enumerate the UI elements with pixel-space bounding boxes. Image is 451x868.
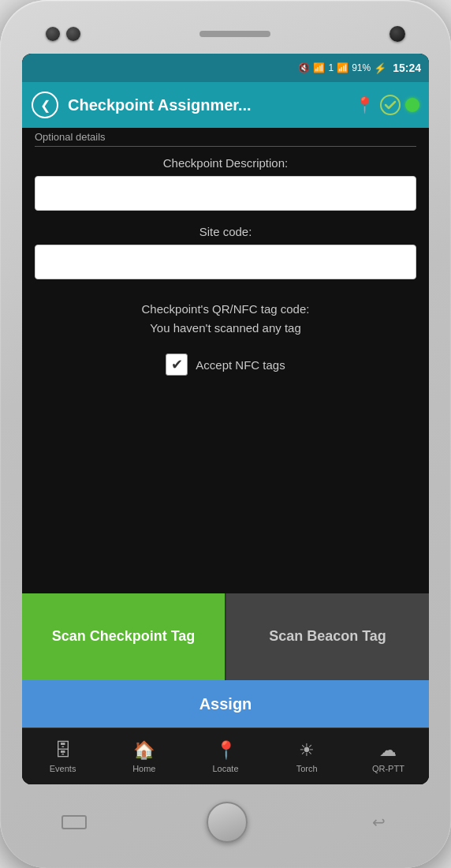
camera-cluster	[46, 27, 80, 41]
bottom-nav: 🗄 Events 🏠 Home 📍 Locate ☀ Torch ☁	[22, 728, 429, 784]
battery-charging-icon: ⚡	[374, 62, 386, 74]
accept-nfc-row: ✔ Accept NFC tags	[35, 354, 416, 376]
battery-percent: 91%	[352, 62, 371, 73]
scan-beacon-button[interactable]: Scan Beacon Tag	[225, 593, 429, 680]
scan-buttons-row: Scan Checkpoint Tag Scan Beacon Tag	[22, 593, 429, 680]
assign-label: Assign	[199, 695, 252, 713]
scan-checkpoint-button[interactable]: Scan Checkpoint Tag	[22, 593, 225, 680]
location-pin-icon[interactable]: 📍	[353, 94, 375, 116]
status-green-dot	[405, 98, 419, 112]
accept-nfc-checkbox[interactable]: ✔	[166, 354, 188, 376]
app-bar-title: Checkpoint Assignmer...	[68, 96, 344, 114]
qr-nfc-line2: You haven't scanned any tag	[150, 321, 301, 335]
nav-item-events[interactable]: 🗄 Events	[22, 740, 103, 773]
qr-ptt-icon: ☁	[379, 740, 397, 761]
checkpoint-description-input[interactable]	[35, 176, 416, 211]
camera-dot-1	[46, 27, 60, 41]
phone-frame: 🔇 📶 1 📶 91% ⚡ 15:24 ❮ Checkpoint Assignm…	[0, 0, 451, 868]
status-time: 15:24	[393, 62, 421, 74]
phone-screen: 🔇 📶 1 📶 91% ⚡ 15:24 ❮ Checkpoint Assignm…	[22, 54, 429, 784]
soft-nav-square	[62, 815, 87, 829]
qr-nfc-info: Checkpoint's QR/NFC tag code: You haven'…	[35, 300, 416, 338]
events-label: Events	[50, 764, 76, 773]
torch-icon: ☀	[299, 740, 315, 761]
locate-label: Locate	[212, 764, 238, 773]
events-icon: 🗄	[54, 740, 72, 761]
section-title: Optional details	[35, 131, 416, 147]
phone-top-hardware	[22, 22, 429, 46]
optional-details-section: Optional details Checkpoint Description:…	[22, 131, 429, 401]
speaker-bar	[199, 31, 270, 37]
site-code-input[interactable]	[35, 245, 416, 279]
back-arrow-icon: ❮	[40, 98, 50, 113]
assign-button[interactable]: Assign	[22, 680, 429, 728]
nav-item-home[interactable]: 🏠 Home	[103, 740, 184, 773]
content-area: Optional details Checkpoint Description:…	[22, 128, 429, 784]
sim-icon: 1	[328, 62, 334, 73]
nav-item-qr-ptt[interactable]: ☁ QR-PTT	[348, 740, 429, 773]
app-bar-icons: 📍	[353, 94, 419, 116]
front-camera	[390, 26, 405, 42]
qr-nfc-line1: Checkpoint's QR/NFC tag code:	[142, 302, 310, 316]
phone-bottom-hardware: ↩	[22, 791, 429, 843]
soft-back-button[interactable]: ↩	[367, 811, 390, 833]
home-label: Home	[132, 764, 155, 773]
locate-icon: 📍	[215, 740, 237, 761]
scan-beacon-label: Scan Beacon Tag	[269, 627, 386, 645]
nav-item-locate[interactable]: 📍 Locate	[184, 740, 266, 773]
back-button[interactable]: ❮	[32, 92, 58, 118]
nav-item-torch[interactable]: ☀ Torch	[266, 740, 348, 773]
checkpoint-desc-label: Checkpoint Description:	[35, 156, 416, 170]
scan-checkpoint-label: Scan Checkpoint Tag	[52, 627, 196, 645]
checkmark-circle-icon	[380, 95, 401, 115]
qr-ptt-label: QR-PTT	[372, 764, 404, 773]
app-bar: ❮ Checkpoint Assignmer... 📍	[22, 82, 429, 128]
accept-nfc-label: Accept NFC tags	[196, 358, 285, 372]
wifi-icon: 📶	[313, 62, 325, 73]
site-code-label: Site code:	[35, 225, 416, 238]
status-bar: 🔇 📶 1 📶 91% ⚡ 15:24	[22, 54, 429, 82]
checkbox-check-icon: ✔	[171, 357, 183, 372]
home-hardware-button[interactable]	[207, 802, 248, 843]
home-icon: 🏠	[133, 740, 155, 761]
content-spacer	[22, 401, 429, 593]
back-soft-icon: ↩	[372, 813, 386, 832]
torch-label: Torch	[296, 764, 318, 773]
mute-icon: 🔇	[298, 62, 310, 73]
camera-dot-2	[66, 27, 80, 41]
signal-icon: 📶	[337, 62, 348, 73]
